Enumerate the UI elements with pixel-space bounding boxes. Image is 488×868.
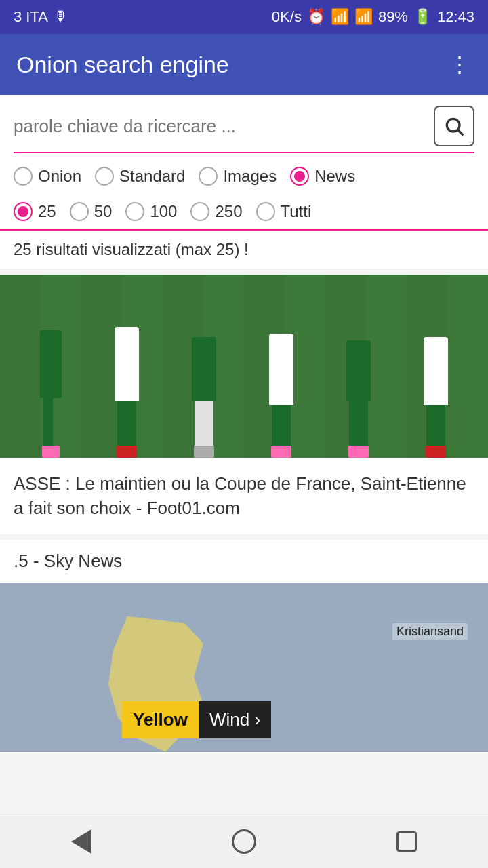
radio-label-news: News <box>314 167 355 186</box>
radio-circle-250 <box>190 202 209 221</box>
tooltip-yellow-label: Yellow <box>122 701 199 738</box>
recent-apps-button[interactable] <box>386 821 427 862</box>
radio-circle-onion <box>14 167 33 186</box>
radio-images[interactable]: Images <box>199 167 277 186</box>
player-3 <box>192 337 216 458</box>
radio-25[interactable]: 25 <box>14 202 56 221</box>
radio-circle-100 <box>125 202 144 221</box>
back-button[interactable] <box>61 821 102 862</box>
result-card-1[interactable]: ASSE : Le maintien ou la Coupe de France… <box>0 275 488 534</box>
alarm-icon: ⏰ <box>307 8 325 26</box>
radio-news[interactable]: News <box>290 167 355 186</box>
map-tooltip: Yellow Wind › <box>122 701 271 738</box>
signal-icon: 📶 <box>354 8 373 26</box>
radio-label-250: 250 <box>215 202 242 221</box>
radio-label-25: 25 <box>38 202 56 221</box>
search-button[interactable] <box>434 106 474 146</box>
radio-250[interactable]: 250 <box>190 202 242 221</box>
overflow-menu-button[interactable]: ⋮ <box>449 52 472 77</box>
player-2 <box>115 327 139 458</box>
radio-tutti[interactable]: Tutti <box>256 202 312 221</box>
radio-100[interactable]: 100 <box>125 202 177 221</box>
app-bar: Onion search engine ⋮ <box>0 34 488 95</box>
network-speed: 0K/s <box>272 8 302 26</box>
status-right: 0K/s ⏰ 📶 📶 89% 🔋 12:43 <box>272 8 474 26</box>
radio-circle-images <box>199 167 218 186</box>
result-image-1 <box>0 275 488 458</box>
player-4 <box>269 334 293 458</box>
map-city-label: Kristiansand <box>392 623 468 640</box>
radio-standard[interactable]: Standard <box>95 167 185 186</box>
mic-icon: 🎙 <box>54 8 68 26</box>
radio-circle-news <box>290 167 309 186</box>
search-row <box>14 106 474 153</box>
result-card-2[interactable]: .5 - Sky News Kristiansand Yellow Wind › <box>0 540 488 752</box>
radio-50[interactable]: 50 <box>70 202 113 221</box>
home-icon <box>232 829 256 854</box>
result-count-radio-group: 25 50 100 250 Tutti <box>14 194 474 229</box>
tooltip-dark-label: Wind › <box>199 701 271 738</box>
results-count: 25 risultati visualizzati (max 25) ! <box>0 231 488 269</box>
recent-apps-icon <box>396 831 417 852</box>
radio-label-standard: Standard <box>119 167 185 186</box>
radio-circle-50 <box>70 202 89 221</box>
radio-circle-standard <box>95 167 114 186</box>
radio-label-100: 100 <box>150 202 177 221</box>
status-left: 3 ITA 🎙 <box>14 8 68 26</box>
result-label-2: .5 - Sky News <box>0 540 488 583</box>
player-5 <box>346 340 371 458</box>
navigation-bar <box>0 814 488 868</box>
home-button[interactable] <box>224 821 264 862</box>
result-title-1: ASSE : Le maintien ou la Coupe de France… <box>0 458 488 534</box>
radio-label-images: Images <box>223 167 277 186</box>
search-type-radio-group: Onion Standard Images News <box>14 159 474 194</box>
carrier-text: 3 ITA <box>14 8 48 26</box>
battery-icon: 🔋 <box>413 8 432 26</box>
players-row <box>0 281 488 458</box>
radio-label-onion: Onion <box>38 167 81 186</box>
radio-label-tutti: Tutti <box>281 202 312 221</box>
radio-circle-tutti <box>256 202 275 221</box>
search-section: Onion Standard Images News 25 50 100 <box>0 95 488 231</box>
status-bar: 3 ITA 🎙 0K/s ⏰ 📶 📶 89% 🔋 12:43 <box>0 0 488 34</box>
results-count-text: 25 risultati visualizzati (max 25) ! <box>14 240 249 258</box>
battery-text: 89% <box>378 8 408 26</box>
radio-circle-25 <box>14 202 33 221</box>
radio-onion[interactable]: Onion <box>14 167 81 186</box>
player-1 <box>40 330 62 458</box>
back-icon <box>71 829 92 854</box>
player-6 <box>424 337 448 458</box>
search-input[interactable] <box>14 116 434 137</box>
app-title: Onion search engine <box>16 52 229 78</box>
radio-label-50: 50 <box>94 202 113 221</box>
svg-point-0 <box>447 119 460 132</box>
svg-line-1 <box>458 130 463 135</box>
map-image-2: Kristiansand Yellow Wind › <box>0 583 488 752</box>
time-text: 12:43 <box>437 8 474 26</box>
wifi-icon: 📶 <box>331 8 349 26</box>
